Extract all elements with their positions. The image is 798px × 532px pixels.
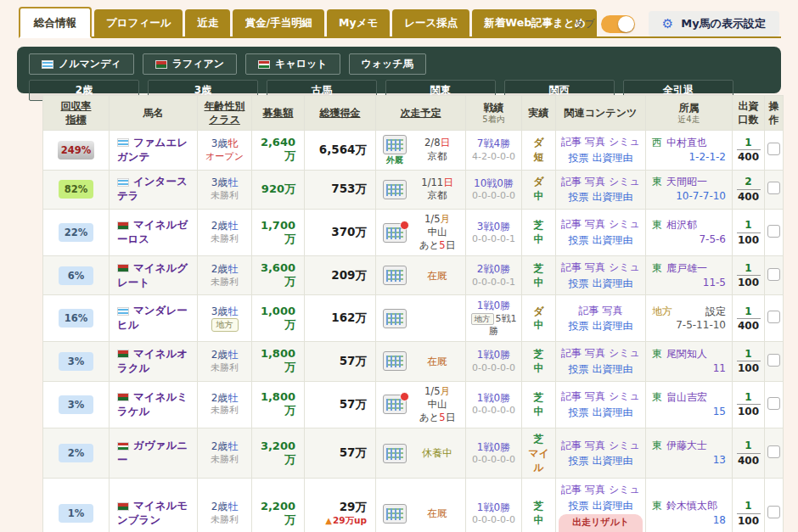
tab-1[interactable]: 総合情報 <box>19 7 92 38</box>
calendar-icon[interactable] <box>383 223 407 243</box>
content-link[interactable]: 出資理由 <box>593 500 633 512</box>
content-link[interactable]: 出資理由 <box>593 277 633 289</box>
content-link[interactable]: 記事 <box>561 484 582 496</box>
content-link[interactable]: 記事 <box>561 136 582 148</box>
trainer-link[interactable]: 天間昭一 <box>666 175 707 189</box>
content-link[interactable]: 投票 <box>569 406 589 418</box>
club-filter-normandy[interactable]: ノルマンディ <box>29 53 134 75</box>
club-filter-none[interactable]: ウォッチ馬 <box>349 53 426 75</box>
content-link[interactable]: 記事 <box>579 305 599 316</box>
trainer-link[interactable]: 中村直也 <box>666 136 707 150</box>
tab-toggle[interactable] <box>601 15 635 33</box>
calendar-icon[interactable] <box>383 395 407 414</box>
trainer-link[interactable]: 鹿戸雄一 <box>666 261 707 276</box>
row-select-checkbox[interactable] <box>767 445 780 458</box>
row-select-checkbox[interactable] <box>767 506 780 518</box>
tab-2[interactable]: プロフィール <box>94 9 183 36</box>
content-link[interactable]: 写真 <box>585 347 605 359</box>
content-link[interactable]: 出資理由 <box>593 191 633 203</box>
race-record-link[interactable]: 1戦0勝 <box>469 501 519 514</box>
content-link[interactable]: 出資理由 <box>593 320 633 332</box>
calendar-icon[interactable] <box>383 266 407 285</box>
recent-results-link[interactable]: 1-2-1-2 <box>652 150 726 165</box>
recent-results-link[interactable]: 11-5 <box>652 276 726 290</box>
tab-6[interactable]: レース採点 <box>392 9 469 36</box>
content-link[interactable]: 投票 <box>569 277 589 289</box>
trainer-link[interactable]: 畠山吉宏 <box>666 390 707 405</box>
race-record-link[interactable]: 1戦0勝 <box>469 440 519 454</box>
content-link[interactable]: 投票 <box>569 152 589 164</box>
column-header-4[interactable]: 募集額 <box>252 96 305 131</box>
content-link[interactable]: 写真 <box>585 176 605 188</box>
content-link[interactable]: 写真 <box>585 390 605 402</box>
content-link[interactable]: 出資理由 <box>593 152 633 164</box>
club-filter-rafian[interactable]: ラフィアン <box>143 53 237 75</box>
column-header-6[interactable]: 次走予定 <box>376 96 466 131</box>
content-link[interactable]: 出資理由 <box>593 455 633 467</box>
content-link[interactable]: 記事 <box>561 440 582 451</box>
column-header-3[interactable]: 年齢性別クラス <box>198 96 252 131</box>
row-select-checkbox[interactable] <box>767 143 780 155</box>
race-record-link[interactable]: 1戦0勝 <box>469 299 519 312</box>
calendar-icon[interactable] <box>383 180 407 199</box>
recent-results-link[interactable]: 13 <box>652 453 726 468</box>
recent-results-link[interactable]: 10-7-7-10 <box>652 189 726 204</box>
row-select-checkbox[interactable] <box>767 397 780 410</box>
club-filter-carrot[interactable]: キャロット <box>245 53 340 75</box>
content-link[interactable]: シミュ <box>609 390 640 402</box>
column-header-5[interactable]: 総獲得金 <box>305 96 376 131</box>
content-link[interactable]: 写真 <box>585 218 605 230</box>
content-link[interactable]: シミュ <box>609 347 640 359</box>
content-link[interactable]: 出資理由 <box>593 406 633 418</box>
content-link[interactable]: 記事 <box>561 390 582 402</box>
row-select-checkbox[interactable] <box>767 311 780 323</box>
recent-results-link[interactable]: 15 <box>652 405 726 419</box>
race-record-link[interactable]: 7戦4勝 <box>469 137 519 150</box>
race-record-link[interactable]: 1戦0勝 <box>469 348 519 361</box>
content-link[interactable]: 記事 <box>561 176 582 188</box>
content-link[interactable]: 投票 <box>569 320 589 332</box>
trainer-link[interactable]: 鈴木慎太郎 <box>666 499 717 513</box>
calendar-icon[interactable] <box>383 444 407 463</box>
content-link[interactable]: シミュ <box>609 484 640 496</box>
tab-3[interactable]: 近走 <box>185 9 230 36</box>
content-link[interactable]: 投票 <box>569 455 589 467</box>
content-link[interactable]: 記事 <box>561 347 582 359</box>
column-header-1[interactable]: 回収率指標 <box>43 96 110 131</box>
content-link[interactable]: シミュ <box>609 440 640 451</box>
calendar-icon[interactable] <box>383 504 407 524</box>
result-up-badge[interactable]: 出走リザルトup <box>559 514 643 532</box>
row-select-checkbox[interactable] <box>767 354 780 367</box>
recent-results-link[interactable]: 11 <box>652 361 726 376</box>
row-select-checkbox[interactable] <box>767 268 780 281</box>
content-link[interactable]: シミュ <box>609 136 640 148</box>
content-link[interactable]: 写真 <box>585 261 605 273</box>
calendar-icon[interactable] <box>383 351 407 371</box>
trainer-link[interactable]: 伊藤大士 <box>666 439 707 453</box>
content-link[interactable]: 投票 <box>569 500 589 512</box>
content-link[interactable]: シミュ <box>609 176 640 188</box>
my-horse-display-settings-button[interactable]: ⚙ My馬の表示設定 <box>649 11 779 36</box>
content-link[interactable]: 写真 <box>585 136 605 148</box>
row-select-checkbox[interactable] <box>767 182 780 194</box>
content-link[interactable]: シミュ <box>609 218 640 230</box>
calendar-icon[interactable] <box>383 309 407 328</box>
content-link[interactable]: 写真 <box>585 484 605 496</box>
content-link[interactable]: 記事 <box>561 218 582 230</box>
content-link[interactable]: 写真 <box>603 305 623 316</box>
content-link[interactable]: シミュ <box>609 261 640 273</box>
tab-5[interactable]: Myメモ <box>327 9 390 36</box>
race-record-link[interactable]: 10戦0勝 <box>469 176 519 190</box>
trainer-link[interactable]: 設定 <box>705 305 726 319</box>
calendar-icon[interactable] <box>383 135 407 154</box>
trainer-link[interactable]: 相沢郁 <box>666 218 697 232</box>
content-link[interactable]: 出資理由 <box>593 363 633 375</box>
content-link[interactable]: 写真 <box>585 440 605 451</box>
trainer-link[interactable]: 尾関知人 <box>666 347 707 361</box>
recent-results-link[interactable]: 7-5-6 <box>652 232 726 247</box>
row-select-checkbox[interactable] <box>767 225 780 238</box>
content-link[interactable]: 記事 <box>561 261 582 273</box>
content-link[interactable]: 出資理由 <box>593 234 633 246</box>
race-record-link[interactable]: 2戦0勝 <box>469 262 519 276</box>
tab-4[interactable]: 賞金/手当明細 <box>233 9 324 36</box>
